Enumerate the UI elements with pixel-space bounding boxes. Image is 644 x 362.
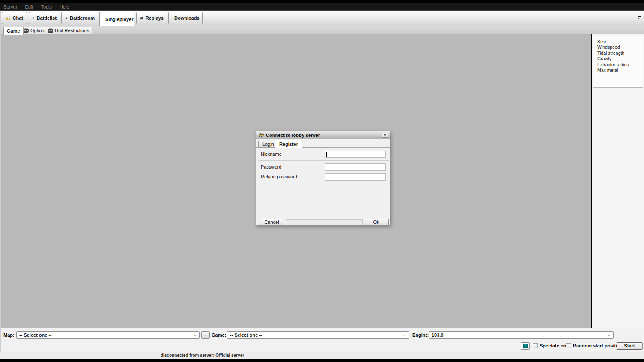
text-caret (326, 152, 327, 157)
map-info-list: Size Windspeed Tidal strength Gravity Ex… (593, 36, 643, 88)
connection-status-text: disconnected from server: Official serve… (161, 353, 244, 358)
spectate-only-label: Spectate only (540, 343, 570, 348)
nickname-label: Nickname (261, 151, 282, 157)
tab-downloads[interactable]: Downloads (168, 12, 203, 24)
engine-select[interactable]: 103.0 ▼ (429, 331, 614, 339)
game-select[interactable]: -- Select one -- ▼ (227, 331, 409, 339)
dialog-titlebar[interactable]: Connect to lobby server ✕ (256, 131, 390, 139)
toolbar-overflow-icon[interactable]: ▾ (637, 16, 641, 21)
tab-register-label: Register (279, 142, 298, 147)
password-label: Password (261, 164, 281, 169)
close-icon[interactable]: ✕ (382, 133, 388, 138)
engine-select-value: 103.0 (432, 332, 444, 338)
tab-battlelist[interactable]: Battlelist (29, 12, 60, 24)
map-info-panel: Size Windspeed Tidal strength Gravity Ex… (592, 34, 644, 328)
map-info-windspeed: Windspeed (597, 45, 643, 50)
map-info-gravity: Gravity (597, 56, 643, 62)
connect-dialog: Connect to lobby server ✕ Login Register… (256, 131, 390, 226)
nickname-row: Nickname (256, 151, 390, 158)
map-select-value: -- Select one -- (19, 332, 52, 338)
map-info-maxmetal: Max metal (597, 68, 643, 73)
options-icon (48, 28, 53, 33)
main-toolbar: Chat Battlelist Battleroom (1, 11, 644, 26)
tab-downloads-label: Downloads (174, 15, 200, 21)
map-browse-button[interactable]: ... (201, 331, 210, 339)
retype-password-row: Retype password (256, 173, 390, 181)
map-label: Map: (3, 332, 15, 338)
menu-tools[interactable]: Tools (41, 4, 52, 9)
users-icon (65, 14, 68, 22)
game-select-value: -- Select one -- (230, 332, 262, 338)
tab-login-label: Login (262, 142, 274, 147)
tab-battlelist-label: Battlelist (37, 15, 57, 21)
statusbar: disconnected from server: Official serve… (0, 352, 644, 359)
tab-singleplayer-label: Singleplayer (105, 17, 133, 22)
spectate-only-checkbox[interactable] (533, 343, 538, 348)
dialog-separator (258, 160, 389, 161)
chevron-down-icon: ▼ (608, 334, 611, 337)
map-info-extractor: Extractor radius (597, 62, 643, 68)
tab-singleplayer[interactable]: Singleplayer (99, 12, 134, 26)
password-row: Password (256, 163, 390, 171)
menu-help[interactable]: Help (60, 4, 69, 9)
player-color-button[interactable] (521, 342, 530, 350)
bottom-bar: Map: -- Select one -- ▼ ... Game: -- Sel… (1, 328, 644, 352)
start-button[interactable]: Start (617, 342, 642, 350)
chat-icon (6, 14, 11, 22)
retype-password-label: Retype password (261, 174, 297, 179)
map-select[interactable]: -- Select one -- ▼ (16, 331, 200, 339)
engine-label: Engine: (412, 332, 429, 338)
dialog-button-separator (256, 217, 390, 217)
ok-button[interactable]: Ok (364, 219, 389, 226)
tab-battleroom[interactable]: Battleroom (61, 12, 98, 24)
tab-register[interactable]: Register (275, 140, 302, 148)
app-window: Server Edit Tools Help Chat (0, 0, 644, 362)
dialog-gauge-strip (286, 219, 363, 225)
tab-chat[interactable]: Chat (2, 12, 27, 24)
subtab-game-label: Game (7, 28, 20, 33)
map-info-tidal: Tidal strength (597, 50, 643, 56)
tab-chat-label: Chat (13, 15, 23, 21)
options-icon (24, 28, 29, 33)
dialog-tabs: Login Register (256, 140, 390, 148)
subtab-unit-restrictions-label: Unit Restrictions (55, 28, 89, 33)
tab-replays[interactable]: Replays (136, 12, 167, 24)
subtab-unit-restrictions[interactable]: Unit Restrictions (45, 27, 92, 34)
map-info-size: Size (597, 39, 643, 45)
singleplayer-subtabs: Game Options Unit Restrictions (1, 26, 644, 34)
player-color-swatch (523, 344, 528, 348)
menu-server[interactable]: Server (3, 4, 17, 9)
random-start-checkbox[interactable] (566, 343, 571, 348)
game-label: Game: (212, 332, 226, 338)
menu-edit[interactable]: Edit (25, 4, 33, 9)
password-input[interactable] (325, 163, 386, 171)
chevron-down-icon: ▼ (403, 334, 406, 337)
retype-password-input[interactable] (325, 173, 386, 181)
menubar: Server Edit Tools Help (0, 3, 644, 11)
globe-icon (33, 14, 35, 22)
nickname-input[interactable] (325, 151, 386, 158)
tab-replays-label: Replays (146, 15, 164, 21)
subtab-game[interactable]: Game (3, 27, 24, 35)
clapperboard-icon (140, 14, 143, 22)
tab-battleroom-label: Battleroom (70, 15, 95, 21)
cancel-button[interactable]: Cancel (259, 219, 284, 226)
lightning-icon (258, 133, 264, 138)
dialog-title: Connect to lobby server (266, 133, 380, 138)
chevron-down-icon: ▼ (194, 334, 197, 337)
